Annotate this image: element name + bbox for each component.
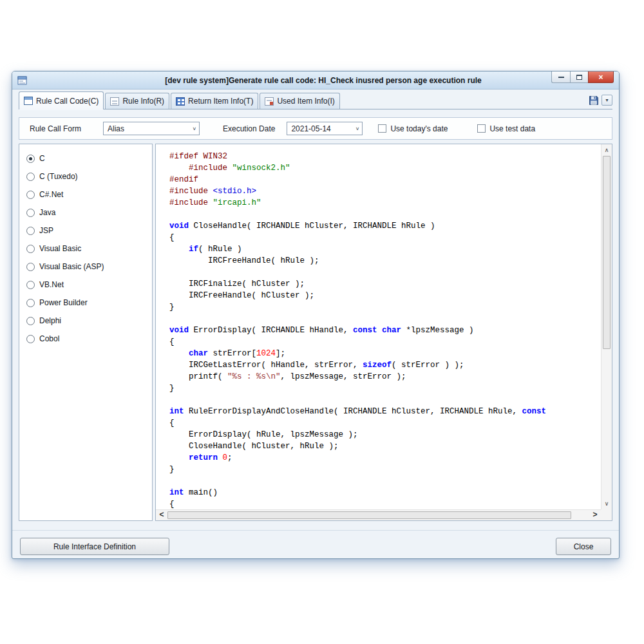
tab-label: Rule Info(R) bbox=[122, 97, 164, 106]
language-option-label: C#.Net bbox=[39, 190, 63, 199]
code-line bbox=[169, 475, 601, 487]
language-option-c-tuxedo[interactable]: C (Tuxedo) bbox=[19, 167, 152, 185]
code-line: #include <stdio.h> bbox=[169, 185, 601, 197]
radio-icon bbox=[26, 299, 35, 307]
maximize-button[interactable] bbox=[570, 71, 588, 83]
footer-separator bbox=[12, 530, 619, 531]
execution-date-select[interactable]: 2021-05-14 ∨ bbox=[287, 122, 363, 135]
tab-rule-call-code-c[interactable]: Rule Call Code(C) bbox=[19, 91, 104, 109]
title-bar[interactable]: [dev rule system]Generate rule call code… bbox=[12, 71, 619, 90]
vertical-scroll-thumb[interactable] bbox=[603, 156, 611, 349]
scroll-left-icon[interactable]: < bbox=[156, 510, 167, 520]
code-line: } bbox=[169, 383, 601, 394]
language-option-visual-basic[interactable]: Visual Basic bbox=[19, 240, 152, 258]
horizontal-scrollbar[interactable]: < > bbox=[156, 509, 601, 520]
execution-date-value: 2021-05-14 bbox=[291, 124, 330, 133]
code-line: { bbox=[169, 498, 601, 509]
app-icon bbox=[17, 75, 28, 86]
language-option-c-net[interactable]: C#.Net bbox=[19, 185, 152, 204]
code-content[interactable]: #ifdef WIN32 #include "winsock2.h"#endif… bbox=[156, 144, 601, 509]
rule-call-form-select[interactable]: Alias ∨ bbox=[103, 122, 200, 135]
scrollbar-corner bbox=[601, 509, 612, 520]
language-option-label: Cobol bbox=[39, 334, 59, 343]
used-item-info-icon bbox=[265, 97, 274, 106]
code-line: int RuleErrorDisplayAndCloseHandle( IRCH… bbox=[169, 406, 601, 417]
radio-icon bbox=[26, 317, 35, 325]
code-line: IRCFreeHandle( hRule ); bbox=[169, 255, 601, 267]
chevron-down-icon: ∨ bbox=[192, 126, 196, 131]
language-option-delphi[interactable]: Delphi bbox=[19, 312, 152, 330]
tab-actions: ▾ bbox=[588, 95, 612, 109]
options-toolbar: Rule Call Form Alias ∨ Execution Date 20… bbox=[19, 117, 612, 140]
tab-used-item-info-i[interactable]: Used Item Info(I) bbox=[260, 93, 339, 109]
radio-icon bbox=[26, 281, 35, 289]
rule-interface-definition-button[interactable]: Rule Interface Definition bbox=[20, 538, 169, 555]
language-option-cobol[interactable]: Cobol bbox=[19, 330, 152, 348]
code-line bbox=[169, 313, 601, 325]
radio-icon bbox=[26, 173, 35, 181]
horizontal-scroll-thumb[interactable] bbox=[167, 511, 571, 519]
tab-bar: Rule Call Code(C)Rule Info(R)Return Item… bbox=[19, 91, 612, 109]
save-dropdown-button[interactable]: ▾ bbox=[601, 95, 612, 106]
close-button[interactable]: Close bbox=[556, 538, 611, 555]
code-line: IRCFreeHandle( hCluster ); bbox=[169, 290, 601, 301]
code-line: { bbox=[169, 232, 601, 243]
language-option-label: JSP bbox=[39, 226, 53, 235]
tab-rule-info-r[interactable]: Rule Info(R) bbox=[105, 93, 169, 109]
save-button[interactable] bbox=[588, 95, 600, 106]
code-panel: #ifdef WIN32 #include "winsock2.h"#endif… bbox=[155, 144, 612, 521]
language-option-visual-basic-asp[interactable]: Visual Basic (ASP) bbox=[19, 258, 152, 276]
close-icon: × bbox=[598, 73, 603, 82]
code-line: char strError[1024]; bbox=[169, 348, 601, 359]
use-todays-date-checkbox[interactable]: Use today's date bbox=[378, 124, 448, 133]
execution-date-label: Execution Date bbox=[223, 124, 275, 133]
language-option-jsp[interactable]: JSP bbox=[19, 222, 152, 240]
tab-bar-tabs: Rule Call Code(C)Rule Info(R)Return Item… bbox=[19, 91, 341, 109]
return-item-info-icon bbox=[176, 97, 185, 106]
code-line: ErrorDisplay( hRule, lpszMessage ); bbox=[169, 429, 601, 440]
language-option-c[interactable]: C bbox=[19, 149, 152, 167]
radio-icon bbox=[26, 263, 35, 271]
code-line: { bbox=[169, 336, 601, 348]
radio-icon bbox=[26, 209, 35, 217]
use-todays-date-label: Use today's date bbox=[390, 124, 448, 133]
language-option-label: VB.Net bbox=[39, 280, 64, 289]
language-option-label: Visual Basic (ASP) bbox=[39, 262, 104, 271]
radio-icon bbox=[26, 227, 35, 235]
close-window-button[interactable]: × bbox=[588, 71, 614, 83]
code-line bbox=[169, 267, 601, 278]
vertical-scrollbar[interactable]: ∧ ∨ bbox=[601, 144, 612, 509]
language-option-label: Delphi bbox=[39, 316, 61, 325]
code-line: IRCGetLastError( hHandle, strError, size… bbox=[169, 359, 601, 371]
language-list: CC (Tuxedo)C#.NetJavaJSPVisual BasicVisu… bbox=[19, 144, 153, 521]
tab-label: Used Item Info(I) bbox=[277, 97, 334, 106]
language-option-label: Visual Basic bbox=[39, 244, 81, 253]
code-line: int main() bbox=[169, 487, 601, 498]
use-test-data-checkbox[interactable]: Use test data bbox=[477, 124, 535, 133]
radio-icon bbox=[26, 335, 35, 343]
language-option-java[interactable]: Java bbox=[19, 204, 152, 222]
tab-return-item-info-t[interactable]: Return Item Info(T) bbox=[171, 93, 258, 109]
dialog-window: [dev rule system]Generate rule call code… bbox=[12, 71, 620, 559]
scroll-up-icon[interactable]: ∧ bbox=[601, 145, 612, 155]
code-line: void ErrorDisplay( IRCHANDLE hHandle, co… bbox=[169, 325, 601, 336]
desktop: [dev rule system]Generate rule call code… bbox=[0, 0, 644, 644]
minimize-icon bbox=[558, 76, 564, 78]
save-icon bbox=[589, 95, 599, 106]
language-option-label: C bbox=[39, 154, 45, 163]
tab-label: Return Item Info(T) bbox=[188, 97, 253, 106]
scroll-right-icon[interactable]: > bbox=[590, 510, 600, 520]
code-line: { bbox=[169, 417, 601, 429]
code-line: #include "ircapi.h" bbox=[169, 197, 601, 209]
code-line bbox=[169, 394, 601, 406]
rule-call-code-icon bbox=[24, 97, 33, 105]
minimize-button[interactable] bbox=[551, 71, 570, 83]
scroll-down-icon[interactable]: ∨ bbox=[601, 498, 612, 509]
language-option-vb-net[interactable]: VB.Net bbox=[19, 276, 152, 294]
chevron-down-icon: ∨ bbox=[355, 126, 360, 131]
language-option-power-builder[interactable]: Power Builder bbox=[19, 294, 152, 312]
language-option-label: C (Tuxedo) bbox=[39, 172, 78, 181]
main-content: CC (Tuxedo)C#.NetJavaJSPVisual BasicVisu… bbox=[19, 144, 612, 521]
language-option-label: Power Builder bbox=[39, 298, 88, 307]
maximize-icon bbox=[576, 75, 582, 80]
